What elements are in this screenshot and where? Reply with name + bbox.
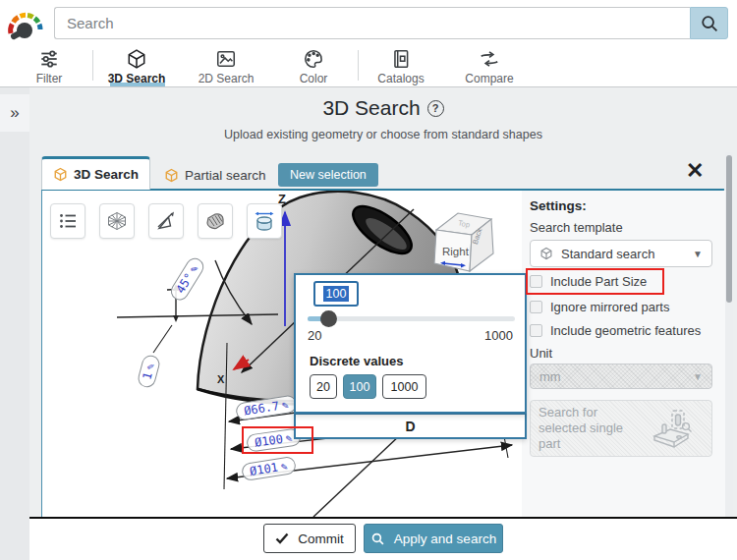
search-button[interactable]	[690, 7, 728, 39]
search-icon	[700, 14, 719, 33]
size-cylinder-icon	[253, 209, 276, 233]
unit-value: mm	[539, 369, 561, 384]
3d-search-panel: X Z	[41, 189, 724, 517]
settings-panel: Settings: Search template Standard searc…	[522, 191, 725, 517]
measure-button[interactable]	[148, 203, 184, 239]
page-title: 3D Search	[322, 96, 420, 120]
checkbox-box[interactable]	[530, 324, 542, 337]
cube-icon	[53, 167, 68, 182]
vertical-scrollbar[interactable]	[725, 152, 733, 517]
tab-partial-search[interactable]: Partial search	[164, 161, 266, 189]
unit-select: mm ▼	[530, 364, 712, 389]
settings-title: Settings:	[530, 198, 587, 213]
nav-label: Compare	[448, 72, 531, 85]
slider-min-label: 20	[308, 328, 321, 343]
page-title-row: 3D Search ?	[29, 96, 737, 120]
pencil-icon: ✎	[280, 460, 289, 474]
checkbox-box[interactable]	[530, 301, 542, 313]
nav-label: Filter	[8, 72, 90, 85]
list-view-button[interactable]	[50, 203, 85, 239]
search-template-select[interactable]: Standard search ▼	[530, 240, 712, 267]
apply-and-search-button[interactable]: Apply and search	[364, 524, 503, 553]
main-nav: Filter 3D Search 2D Search	[0, 44, 737, 87]
mesh-view-button[interactable]	[99, 203, 135, 239]
active-tab-underline	[110, 83, 165, 86]
gauge-logo-icon	[6, 8, 45, 41]
nav-divider	[358, 50, 359, 81]
nav-item-color[interactable]: Color	[272, 46, 355, 85]
nav-label: 2D Search	[185, 72, 267, 85]
value-input-text: 100	[323, 286, 350, 302]
popup-body: 100 20 1000 Discrete values 20 100 1000	[294, 273, 527, 414]
part-size-button[interactable]	[247, 203, 282, 239]
nav-label: Catalogs	[360, 72, 442, 85]
nav-item-3d-search[interactable]: 3D Search	[95, 46, 178, 85]
single-part-icon	[651, 407, 694, 450]
3d-search-app: Filter 3D Search 2D Search	[0, 0, 737, 560]
help-icon[interactable]: ?	[427, 100, 444, 117]
mesh-icon	[106, 210, 128, 232]
tab-label: 3D Search	[74, 167, 139, 182]
slider-handle[interactable]	[320, 310, 337, 327]
chevron-down-icon: ▼	[693, 249, 703, 259]
checkbox-ignore-mirrored[interactable]: Ignore mirrored parts	[530, 300, 669, 314]
slider-max-label: 1000	[484, 328, 513, 343]
cube-icon	[539, 247, 553, 260]
collapsed-sidebar: »	[0, 87, 29, 560]
main-area: » 3D Search ? Upload existing geometry o…	[0, 87, 737, 560]
nav-label: Color	[272, 72, 355, 85]
parameter-name-bar: D	[294, 413, 527, 439]
close-icon[interactable]: ✕	[686, 158, 704, 184]
dimension-editor-popup: 100 20 1000 Discrete values 20 100 1000 …	[294, 273, 527, 439]
book-icon	[360, 48, 442, 71]
checkbox-geometric-features[interactable]: Include geometric features	[530, 323, 701, 338]
discrete-option-100[interactable]: 100	[343, 374, 376, 399]
page-subtitle: Upload existing geometry or choose from …	[29, 128, 737, 141]
search-template-label: Search template	[530, 220, 623, 235]
tab-label: Partial search	[185, 168, 266, 183]
nav-item-filter[interactable]: Filter	[8, 46, 90, 85]
chevron-down-icon: ▼	[693, 371, 703, 382]
discrete-option-1000[interactable]: 1000	[382, 374, 426, 399]
list-icon	[57, 210, 79, 232]
nav-item-catalogs[interactable]: Catalogs	[360, 46, 442, 85]
footer-bar: Commit Apply and search	[29, 519, 737, 560]
cube-icon	[164, 168, 179, 183]
nav-divider	[92, 50, 93, 81]
measure-icon	[155, 210, 177, 232]
pencil-icon: ✎	[285, 431, 293, 445]
search-input[interactable]	[54, 7, 690, 39]
slider-track[interactable]	[308, 316, 515, 321]
scrollbar-thumb[interactable]	[726, 155, 732, 303]
unit-label: Unit	[530, 346, 552, 361]
pencil-icon: ✎	[281, 398, 290, 412]
search-icon	[370, 532, 385, 546]
nav-item-2d-search[interactable]: 2D Search	[185, 46, 267, 85]
cube-icon	[95, 48, 178, 71]
image-icon	[185, 48, 267, 71]
value-input[interactable]: 100	[313, 281, 359, 307]
palette-icon	[272, 48, 355, 71]
search-single-part-button[interactable]: Search for selected single part	[530, 400, 712, 457]
solid-view-button[interactable]	[198, 203, 233, 239]
nav-item-compare[interactable]: Compare	[448, 46, 531, 85]
top-bar	[0, 0, 737, 44]
checkbox-box[interactable]	[530, 275, 542, 288]
new-selection-button[interactable]: New selection	[278, 163, 378, 187]
expand-sidebar-button[interactable]: »	[0, 94, 29, 132]
hatched-solid-icon	[204, 210, 226, 232]
pencil-icon: ✎	[143, 362, 157, 371]
checkbox-include-part-size[interactable]: Include Part Size	[530, 274, 647, 289]
tab-3d-search[interactable]: 3D Search	[41, 156, 150, 190]
filter-sliders-icon	[8, 48, 90, 71]
compare-arrows-icon	[448, 48, 531, 71]
viewcube-front-label: Right	[442, 246, 470, 257]
commit-button[interactable]: Commit	[263, 524, 356, 553]
checkmark-icon	[275, 532, 289, 544]
discrete-values-label: Discrete values	[310, 354, 403, 368]
svg-text:X: X	[217, 373, 225, 385]
discrete-option-20[interactable]: 20	[310, 374, 337, 399]
search-template-value: Standard search	[561, 247, 654, 261]
